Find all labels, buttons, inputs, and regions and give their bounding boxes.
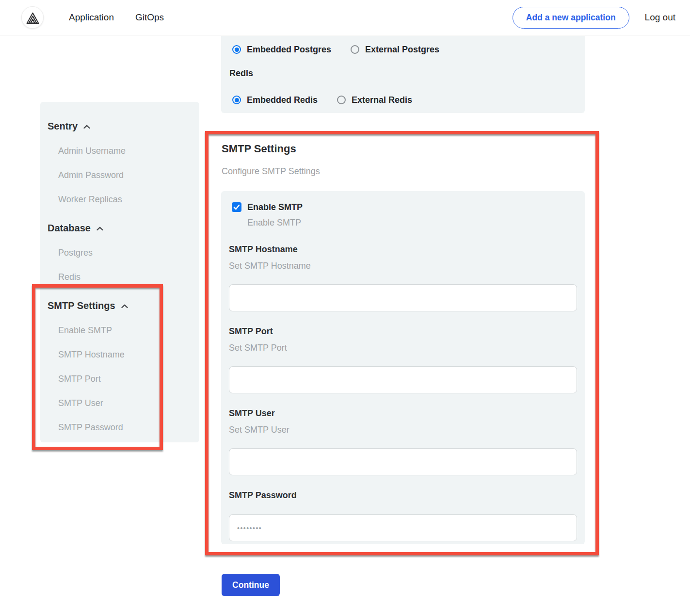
- smtp-section-subtitle: Configure SMTP Settings: [222, 166, 585, 177]
- sidebar-item-postgres[interactable]: Postgres: [58, 247, 199, 258]
- radio-unselected-icon[interactable]: [337, 96, 346, 104]
- continue-button[interactable]: Continue: [222, 574, 280, 596]
- sidebar-group-label: Database: [48, 222, 91, 234]
- sidebar-item-worker-replicas[interactable]: Worker Replicas: [58, 194, 199, 205]
- sentry-logo-icon: [26, 12, 39, 24]
- sidebar-item-smtp-hostname[interactable]: SMTP Hostname: [58, 349, 199, 360]
- sidebar-group-smtp-settings[interactable]: SMTP Settings: [48, 300, 199, 311]
- radio-selected-icon[interactable]: [232, 45, 241, 54]
- enable-smtp-checkbox[interactable]: [232, 202, 241, 212]
- sidebar-item-admin-password[interactable]: Admin Password: [58, 170, 199, 180]
- chevron-up-icon: [96, 226, 104, 231]
- top-nav: ApplicationGitOps Add a new application …: [0, 0, 690, 35]
- sidebar-group-sentry[interactable]: Sentry: [48, 120, 199, 132]
- field-group-smtp-password: SMTP Password: [229, 490, 577, 541]
- field-group-smtp-port: SMTP PortSet SMTP Port: [229, 326, 577, 393]
- smtp-port-input[interactable]: [229, 366, 577, 393]
- smtp-user-input[interactable]: [229, 448, 577, 475]
- field-group-smtp-user: SMTP UserSet SMTP User: [229, 408, 577, 475]
- radio-label: Embedded Postgres: [247, 45, 331, 55]
- enable-smtp-helper: Enable SMTP: [247, 217, 577, 228]
- add-new-application-button[interactable]: Add a new application: [513, 7, 629, 29]
- field-label: SMTP User: [229, 408, 577, 419]
- nav-item-application[interactable]: Application: [69, 12, 114, 23]
- sidebar-group-label: SMTP Settings: [48, 300, 115, 311]
- radio-label: External Redis: [352, 95, 412, 105]
- smtp-section-title: SMTP Settings: [222, 143, 585, 155]
- sidebar-item-smtp-port[interactable]: SMTP Port: [58, 373, 199, 384]
- field-helper: Set SMTP Port: [229, 342, 577, 353]
- chevron-up-icon: [83, 124, 91, 130]
- smtp-fields: SMTP HostnameSet SMTP HostnameSMTP PortS…: [229, 244, 577, 541]
- smtp-password-input[interactable]: [229, 514, 577, 541]
- field-helper: Set SMTP Hostname: [229, 260, 577, 271]
- page: ApplicationGitOps Add a new application …: [0, 0, 690, 616]
- redis-option-external-redis[interactable]: External Redis: [337, 95, 412, 105]
- checkmark-icon: [233, 204, 240, 210]
- redis-option-embedded-redis[interactable]: Embedded Redis: [232, 95, 318, 105]
- database-config-panel: Embedded PostgresExternal Postgres Redis…: [221, 36, 585, 113]
- radio-label: External Postgres: [365, 45, 439, 55]
- enable-smtp-label: Enable SMTP: [247, 202, 303, 212]
- logout-link[interactable]: Log out: [645, 12, 675, 23]
- radio-selected-icon[interactable]: [232, 96, 241, 104]
- field-label: SMTP Password: [229, 490, 577, 501]
- smtp-form-panel: Enable SMTP Enable SMTP SMTP HostnameSet…: [221, 191, 585, 544]
- sidebar-item-smtp-user[interactable]: SMTP User: [58, 398, 199, 408]
- field-label: SMTP Hostname: [229, 244, 577, 255]
- app-logo[interactable]: [21, 6, 44, 29]
- postgres-radio-group: Embedded PostgresExternal Postgres: [232, 44, 585, 55]
- sidebar-item-smtp-password[interactable]: SMTP Password: [58, 422, 199, 433]
- redis-section-label: Redis: [229, 68, 585, 79]
- redis-radio-group: Embedded RedisExternal Redis: [232, 94, 585, 106]
- enable-smtp-row: Enable SMTP: [232, 201, 577, 213]
- postgres-option-embedded-postgres[interactable]: Embedded Postgres: [232, 45, 331, 55]
- sidebar-item-enable-smtp[interactable]: Enable SMTP: [58, 325, 199, 336]
- sidebar-item-admin-username[interactable]: Admin Username: [58, 146, 199, 156]
- radio-label: Embedded Redis: [247, 95, 318, 105]
- config-sidebar: SentryAdmin UsernameAdmin PasswordWorker…: [40, 102, 199, 442]
- smtp-section: SMTP Settings Configure SMTP Settings En…: [222, 143, 585, 544]
- smtp-hostname-input[interactable]: [229, 284, 577, 311]
- chevron-up-icon: [121, 304, 128, 309]
- header-right: Add a new application Log out: [513, 0, 675, 35]
- field-group-smtp-hostname: SMTP HostnameSet SMTP Hostname: [229, 244, 577, 311]
- nav-item-gitops[interactable]: GitOps: [135, 12, 164, 23]
- radio-unselected-icon[interactable]: [351, 45, 359, 54]
- sidebar-group-label: Sentry: [48, 120, 78, 132]
- main-nav: ApplicationGitOps: [69, 0, 164, 35]
- sidebar-group-database[interactable]: Database: [48, 222, 199, 234]
- postgres-option-external-postgres[interactable]: External Postgres: [351, 45, 439, 55]
- field-label: SMTP Port: [229, 326, 577, 337]
- field-helper: Set SMTP User: [229, 424, 577, 435]
- sidebar-item-redis[interactable]: Redis: [58, 272, 199, 282]
